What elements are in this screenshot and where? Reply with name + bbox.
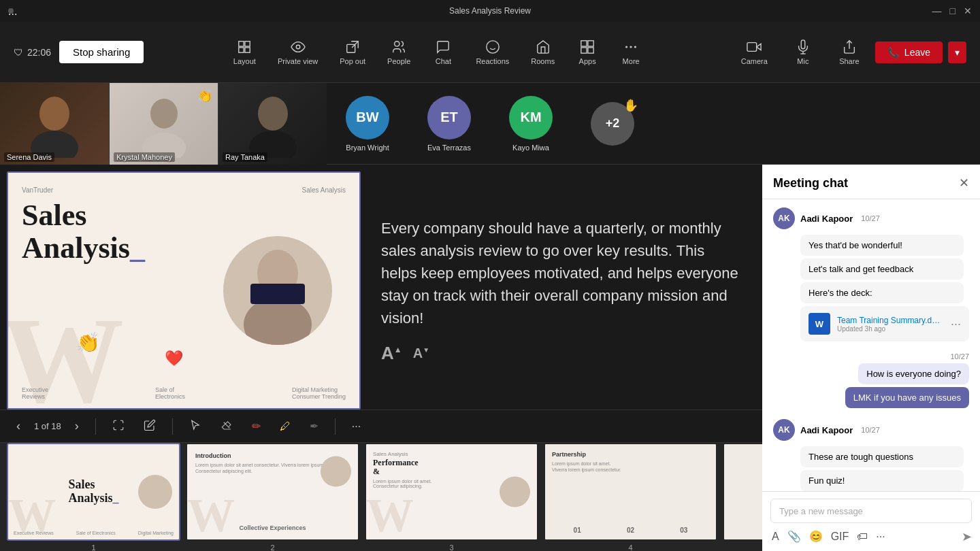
chat-input-area: Type a new message A 📎 😊 GIF 🏷 ··· ➤ bbox=[762, 491, 980, 551]
kayo-avatar: KM bbox=[509, 96, 553, 139]
people-button[interactable]: People bbox=[378, 34, 420, 71]
slide-person-circle bbox=[223, 236, 332, 345]
sticker-btn[interactable]: 🏷 bbox=[855, 529, 869, 544]
participant-ray[interactable]: Ray Tanaka bbox=[218, 83, 327, 165]
thumb-4-bg: Partnership Lorem ipsum dolor sit amet.V… bbox=[545, 444, 716, 539]
thumb-4-text: Lorem ipsum dolor sit amet.Viverra lorem… bbox=[552, 461, 621, 474]
thumb-4-title: Partnership bbox=[552, 451, 586, 458]
more-icon bbox=[623, 39, 638, 54]
more-label: More bbox=[623, 57, 640, 65]
thumb-2-subtitle: Collective Experiences bbox=[239, 524, 306, 531]
thumb-1-bg: SalesAnalysis_ W Executive Reviews Sale … bbox=[8, 444, 179, 539]
footer-item-1: ExecutiveReviews bbox=[22, 386, 48, 400]
footer-item-3: Digital MarketingConsumer Trending bbox=[292, 386, 346, 400]
text-decrease-btn[interactable]: A▼ bbox=[413, 343, 429, 364]
thumb-1-title: SalesAnalysis_ bbox=[68, 478, 118, 505]
participant-kayo[interactable]: KM Kayo Miwa bbox=[490, 83, 572, 165]
participant-more[interactable]: +2 ✋ bbox=[572, 83, 653, 165]
annotation-btn[interactable] bbox=[138, 416, 161, 437]
participant-bryan[interactable]: BW Bryan Wright bbox=[327, 83, 408, 165]
chat-bubble-tough: These are tough questions bbox=[800, 446, 964, 467]
ray-silhouette bbox=[239, 90, 307, 158]
eraser-btn[interactable] bbox=[215, 416, 238, 437]
file-more-btn[interactable]: ··· bbox=[951, 317, 961, 331]
private-view-label: Private view bbox=[278, 57, 318, 65]
thumbnail-3[interactable]: Sales Analysis Performance& Lorem ipsum … bbox=[365, 443, 538, 541]
chat-file-card[interactable]: W Team Training Summary.docx ... Updated… bbox=[800, 306, 969, 341]
next-slide-btn[interactable]: › bbox=[69, 416, 84, 436]
participant-krystal[interactable]: 👏 Krystal Mahoney bbox=[109, 83, 218, 165]
leave-dropdown-button[interactable]: ▾ bbox=[948, 41, 966, 63]
layout-icon bbox=[237, 39, 252, 54]
layout-button[interactable]: Layout bbox=[224, 34, 265, 71]
slide-content: VanTruder Sales Analysis Sales Analysis_… bbox=[8, 173, 359, 408]
chat-bubble-wonderful: Yes that'd be wonderful! bbox=[800, 235, 964, 256]
slide-title-line2: Analysis bbox=[22, 231, 130, 265]
annotation-icon bbox=[144, 419, 156, 431]
svg-rect-2 bbox=[239, 47, 244, 52]
heart-emoji: ❤️ bbox=[165, 350, 183, 367]
me-header-1: 10/27 bbox=[947, 352, 969, 361]
maximize-btn[interactable]: □ bbox=[950, 5, 956, 16]
thumb-2-text: Lorem ipsum dolor sit amet consectetur. … bbox=[195, 462, 325, 475]
close-btn[interactable]: ✕ bbox=[964, 5, 972, 16]
camera-button[interactable]: Camera bbox=[732, 34, 777, 71]
thumbnail-5[interactable]: Fabrikam -VanArsdel bbox=[723, 443, 762, 541]
pen-btn[interactable]: ✒ bbox=[304, 417, 324, 435]
svg-point-16 bbox=[635, 46, 636, 48]
participant-eva[interactable]: ET Eva Terrazas bbox=[408, 83, 490, 165]
thumbnail-4[interactable]: Partnership Lorem ipsum dolor sit amet.V… bbox=[544, 443, 717, 541]
text-increase-btn[interactable]: A▲ bbox=[381, 343, 402, 364]
red-pen-btn[interactable]: ✏ bbox=[246, 417, 266, 435]
svg-point-15 bbox=[630, 46, 632, 48]
thumbnail-2[interactable]: Introduction Lorem ipsum dolor sit amet … bbox=[186, 443, 359, 541]
phone-icon: 📞 bbox=[887, 47, 899, 58]
yellow-highlighter-btn[interactable]: 🖊 bbox=[274, 418, 296, 435]
title-bar-dots: ··· bbox=[8, 8, 14, 14]
attach-btn[interactable]: 📎 bbox=[786, 529, 802, 544]
minimize-btn[interactable]: — bbox=[932, 5, 942, 16]
shield-icon: 🛡 bbox=[14, 47, 23, 58]
svg-rect-10 bbox=[581, 40, 587, 46]
time-text: 22:06 bbox=[27, 47, 51, 58]
slide-header-right: Sales Analysis bbox=[302, 186, 346, 194]
chat-input-box[interactable]: Type a new message bbox=[770, 499, 972, 523]
svg-point-6 bbox=[395, 41, 399, 46]
svg-marker-17 bbox=[757, 44, 761, 50]
thumb-1-number: 1 bbox=[91, 544, 95, 552]
pop-out-button[interactable]: Pop out bbox=[330, 34, 375, 71]
send-message-btn[interactable]: ➤ bbox=[962, 529, 972, 544]
aadi-avatar-1: AK bbox=[773, 207, 795, 229]
title-bar: ··· Sales Analysis Review — □ ✕ bbox=[0, 0, 980, 22]
private-view-button[interactable]: Private view bbox=[268, 34, 327, 71]
more-button[interactable]: More bbox=[610, 34, 651, 71]
reactions-button[interactable]: Reactions bbox=[466, 34, 519, 71]
more-tools-btn[interactable]: ··· bbox=[346, 418, 366, 435]
fit-screen-btn[interactable] bbox=[107, 416, 130, 437]
thumb-4-number: 4 bbox=[628, 544, 632, 552]
leave-label: Leave bbox=[904, 47, 930, 58]
leave-button[interactable]: 📞 Leave bbox=[875, 41, 943, 63]
chat-header-2: AK Aadi Kapoor 10/27 bbox=[773, 419, 969, 441]
gif-btn[interactable]: GIF bbox=[830, 529, 851, 544]
prev-slide-btn[interactable]: ‹ bbox=[11, 416, 26, 436]
emoji-btn[interactable]: 😊 bbox=[808, 529, 824, 544]
stop-sharing-button[interactable]: Stop sharing bbox=[59, 41, 144, 63]
thumb-3-text: Lorem ipsum dolor sit amet.Consectetur a… bbox=[373, 479, 431, 488]
svg-rect-30 bbox=[250, 284, 305, 304]
thumbnail-1[interactable]: SalesAnalysis_ W Executive Reviews Sale … bbox=[7, 443, 180, 541]
presentation-area: VanTruder Sales Analysis Sales Analysis_… bbox=[0, 165, 762, 551]
format-text-btn[interactable]: A bbox=[770, 529, 781, 544]
chat-label: Chat bbox=[436, 57, 451, 65]
chat-close-button[interactable]: ✕ bbox=[959, 176, 969, 190]
share-button[interactable]: Share bbox=[829, 34, 870, 71]
rooms-button[interactable]: Rooms bbox=[521, 34, 564, 71]
chat-button[interactable]: Chat bbox=[423, 34, 463, 71]
mic-button[interactable]: Mic bbox=[783, 34, 823, 71]
more-chat-btn[interactable]: ··· bbox=[875, 529, 886, 544]
apps-button[interactable]: Apps bbox=[567, 34, 608, 71]
pointer-btn[interactable] bbox=[184, 416, 207, 437]
eye-icon bbox=[291, 39, 306, 54]
participant-serena[interactable]: Serena Davis bbox=[0, 83, 109, 165]
svg-rect-1 bbox=[245, 41, 250, 46]
